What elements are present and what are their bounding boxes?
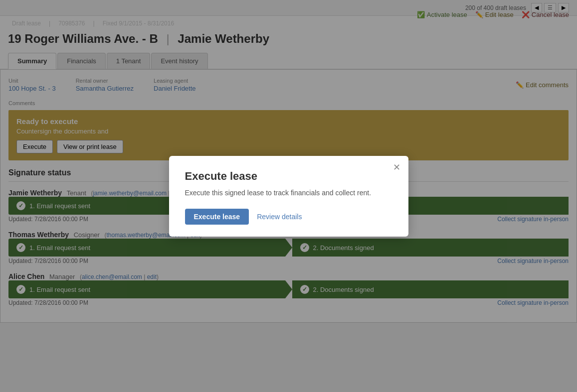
modal-overlay[interactable]: ✕ Execute lease Execute this signed leas…	[0, 0, 577, 323]
modal-actions: Execute lease Review details	[185, 209, 392, 225]
modal-title: Execute lease	[185, 170, 392, 183]
modal-description: Execute this signed lease to track finan…	[185, 189, 392, 197]
modal-close-button[interactable]: ✕	[393, 162, 400, 173]
execute-lease-modal: ✕ Execute lease Execute this signed leas…	[169, 156, 408, 237]
modal-review-link[interactable]: Review details	[257, 213, 302, 221]
modal-execute-button[interactable]: Execute lease	[185, 209, 249, 225]
